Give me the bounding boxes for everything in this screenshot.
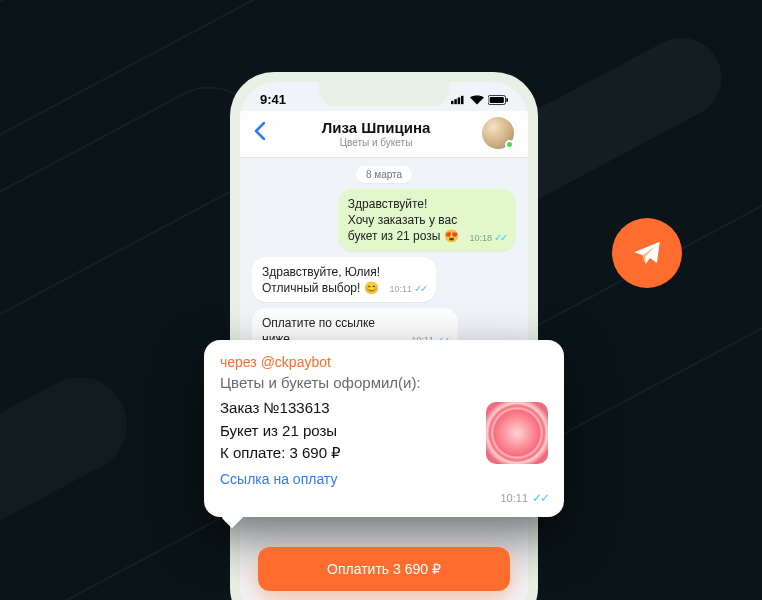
svg-rect-1 bbox=[454, 99, 457, 104]
svg-rect-3 bbox=[461, 95, 464, 103]
message-incoming: Здравствуйте, Юлия! Отличный выбор! 😊 10… bbox=[252, 257, 436, 302]
phone-mockup: 9:41 Лиза Шпицина Цветы и букеты 8 марта bbox=[230, 72, 538, 600]
card-via: через @ckpaybot bbox=[220, 354, 548, 370]
emoji-smile-icon: 😊 bbox=[364, 280, 379, 296]
card-time: 10:11 bbox=[500, 492, 528, 504]
payment-link[interactable]: Ссылка на оплату bbox=[220, 471, 548, 487]
status-time: 9:41 bbox=[260, 92, 286, 107]
message-time: 10:18✓✓ bbox=[469, 231, 506, 245]
message-text: Здравствуйте! bbox=[348, 196, 506, 212]
telegram-icon bbox=[612, 218, 682, 288]
read-checks-icon: ✓✓ bbox=[414, 282, 426, 296]
read-checks-icon: ✓✓ bbox=[532, 491, 548, 505]
payment-card: через @ckpaybot Цветы и букеты оформил(и… bbox=[204, 340, 564, 517]
svg-rect-5 bbox=[490, 97, 504, 103]
phone-notch bbox=[319, 82, 449, 106]
emoji-heart-eyes-icon: 😍 bbox=[444, 228, 459, 244]
contact-name: Лиза Шпицина bbox=[280, 119, 472, 136]
rose-image-icon bbox=[486, 402, 548, 464]
message-text: Здравствуйте, Юлия! bbox=[262, 264, 426, 280]
signal-icon bbox=[451, 95, 466, 105]
message-text: Хочу заказать у вас bbox=[348, 212, 506, 228]
pay-button[interactable]: Оплатить 3 690 ₽ bbox=[258, 547, 510, 591]
svg-rect-0 bbox=[451, 100, 454, 103]
status-indicators bbox=[451, 95, 508, 105]
date-separator: 8 марта bbox=[356, 166, 412, 183]
message-time: 10:11✓✓ bbox=[389, 282, 426, 296]
svg-rect-2 bbox=[458, 97, 461, 104]
chat-header: Лиза Шпицина Цветы и букеты bbox=[240, 111, 528, 158]
battery-icon bbox=[488, 95, 508, 105]
card-merchant-line: Цветы и букеты оформил(и): bbox=[220, 374, 548, 391]
svg-rect-6 bbox=[506, 97, 508, 101]
contact-subtitle: Цветы и букеты bbox=[280, 137, 472, 148]
read-checks-icon: ✓✓ bbox=[494, 231, 506, 245]
back-button[interactable] bbox=[254, 120, 270, 146]
online-dot-icon bbox=[505, 140, 514, 149]
message-text: Отличный выбор! bbox=[262, 280, 360, 296]
avatar[interactable] bbox=[482, 117, 514, 149]
message-text: букет из 21 розы bbox=[348, 228, 441, 244]
message-outgoing: Здравствуйте! Хочу заказать у вас букет … bbox=[338, 189, 516, 251]
chat-body: 8 марта Здравствуйте! Хочу заказать у ва… bbox=[240, 158, 528, 361]
wifi-icon bbox=[470, 95, 484, 105]
